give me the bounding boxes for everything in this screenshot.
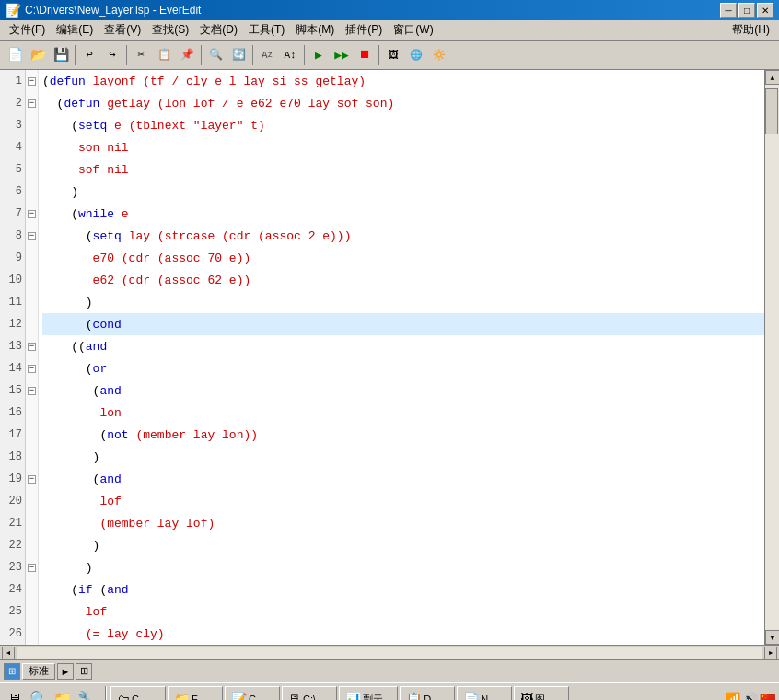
- menu-window[interactable]: 窗口(W): [388, 20, 438, 40]
- taskbar-icon-2[interactable]: 🔍: [28, 686, 50, 700]
- code-line-1[interactable]: (defun layonf (tf / cly e l lay si ss ge…: [42, 70, 764, 92]
- fold-marker-19[interactable]: −: [28, 475, 36, 484]
- taskbar-btn-5[interactable]: 📊剽天...: [339, 686, 398, 700]
- fold-marker-2[interactable]: −: [28, 99, 36, 108]
- minimize-button[interactable]: ─: [720, 3, 737, 18]
- toolbar-find[interactable]: 🔍: [204, 44, 227, 66]
- toolbar-btn5[interactable]: Az: [256, 44, 278, 66]
- code-line-18[interactable]: ): [42, 446, 764, 468]
- toolbar-replace[interactable]: 🔄: [227, 44, 250, 66]
- toolbar-open[interactable]: 📂: [27, 44, 49, 66]
- hscroll-left-button[interactable]: ◄: [2, 647, 15, 659]
- toolbar-sep4: [252, 45, 253, 65]
- code-line-6[interactable]: ): [42, 181, 764, 203]
- scroll-thumb[interactable]: [765, 88, 778, 134]
- menu-script[interactable]: 脚本(M): [290, 20, 340, 40]
- menu-help[interactable]: 帮助(H): [727, 20, 775, 40]
- toolbar-stop[interactable]: ⏹: [354, 44, 376, 66]
- code-line-3[interactable]: (setq e (tblnext "layer" t): [42, 114, 764, 136]
- code-line-9[interactable]: e70 (cdr (assoc 70 e)): [42, 247, 764, 269]
- fold-marker-1[interactable]: −: [28, 77, 36, 86]
- taskbar-btn-3[interactable]: 📝C...: [225, 686, 280, 700]
- toolbar-redo[interactable]: ↪: [101, 44, 123, 66]
- fold-marker-13[interactable]: −: [28, 343, 36, 351]
- code-line-12[interactable]: (cond: [42, 313, 764, 335]
- status-icon-3[interactable]: ⊞: [76, 663, 92, 680]
- line-numbers: 1 2 3 4 5 6 7 8 9 10 11 12 13 14 15 16 1…: [0, 70, 26, 645]
- fold-marker-14[interactable]: −: [28, 365, 36, 373]
- fold-marker-7[interactable]: −: [28, 210, 36, 218]
- toolbar-new[interactable]: 📄: [4, 44, 26, 66]
- taskbar-btn-2[interactable]: 📁F...: [168, 686, 223, 700]
- vertical-scrollbar[interactable]: ▲ ▼: [764, 70, 779, 645]
- scroll-track[interactable]: [765, 85, 779, 630]
- code-line-16[interactable]: lon: [42, 402, 764, 424]
- taskbar-btn-6[interactable]: 📋D...: [400, 686, 455, 700]
- code-line-22[interactable]: ): [42, 534, 764, 556]
- code-line-8[interactable]: (setq lay (strcase (cdr (assoc 2 e))): [42, 225, 764, 247]
- scroll-up-button[interactable]: ▲: [765, 70, 779, 85]
- code-line-4[interactable]: son nil: [42, 136, 764, 158]
- menu-search[interactable]: 查找(S): [146, 20, 194, 40]
- toolbar-img1[interactable]: 🖼: [382, 44, 404, 66]
- code-line-26[interactable]: (= lay cly): [42, 623, 764, 645]
- code-line-5[interactable]: sof nil: [42, 158, 764, 181]
- toolbar-paste[interactable]: 📌: [176, 44, 198, 66]
- code-line-10[interactable]: e62 (cdr (assoc 62 e)): [42, 269, 764, 291]
- code-line-15[interactable]: (and: [42, 379, 764, 402]
- start-icons: 🖥 🔍 📁 🔧: [4, 686, 98, 700]
- taskbar-btn-8[interactable]: 🖼图...: [514, 686, 569, 700]
- toolbar-copy[interactable]: 📋: [153, 44, 175, 66]
- code-line-17[interactable]: (not (member lay lon)): [42, 424, 764, 446]
- code-line-20[interactable]: lof: [42, 490, 764, 512]
- code-line-19[interactable]: (and: [42, 468, 764, 490]
- window-title: C:\Drivers\New_Layer.lsp - EverEdit: [25, 4, 201, 17]
- menu-plugin[interactable]: 插件(P): [340, 20, 388, 40]
- fold-marker-8[interactable]: −: [28, 232, 36, 240]
- code-line-11[interactable]: ): [42, 291, 764, 313]
- hscroll-right-button[interactable]: ►: [764, 647, 777, 659]
- code-line-21[interactable]: (member lay lof): [42, 512, 764, 534]
- tray-icon-1[interactable]: 📶: [725, 692, 740, 700]
- toolbar-img2[interactable]: 🌐: [405, 44, 427, 66]
- close-button[interactable]: ✕: [757, 3, 773, 18]
- menu-file[interactable]: 文件(F): [4, 20, 51, 40]
- menu-doc[interactable]: 文档(D): [194, 20, 243, 40]
- toolbar-run[interactable]: ▶: [308, 44, 330, 66]
- scroll-down-button[interactable]: ▼: [765, 630, 779, 645]
- code-line-24[interactable]: (if (and: [42, 578, 764, 601]
- code-line-2[interactable]: (defun getlay (lon lof / e e62 e70 lay s…: [42, 92, 764, 114]
- taskbar-btn-1[interactable]: 🗂C...: [110, 686, 166, 700]
- fold-marker-15[interactable]: −: [28, 387, 36, 395]
- menu-edit[interactable]: 编辑(E): [51, 20, 99, 40]
- fold-marker-24[interactable]: −: [28, 564, 36, 572]
- taskbar-icon-3[interactable]: 📁: [52, 686, 74, 700]
- toolbar-img3[interactable]: 🔆: [428, 44, 450, 66]
- code-line-25[interactable]: lof: [42, 601, 764, 623]
- code-editor[interactable]: (defun layonf (tf / cly e l lay si ss ge…: [39, 70, 764, 645]
- toolbar-save[interactable]: 💾: [50, 44, 72, 66]
- toolbar-sep3: [201, 45, 202, 65]
- menu-view[interactable]: 查看(V): [99, 20, 146, 40]
- status-icon-2[interactable]: ►: [57, 663, 74, 680]
- tray-icon-3[interactable]: 🇨🇳: [760, 692, 775, 700]
- code-line-14[interactable]: (or: [42, 357, 764, 379]
- taskbar-icon-4[interactable]: 🔧: [76, 686, 98, 700]
- menu-tools[interactable]: 工具(T): [243, 20, 290, 40]
- maximize-button[interactable]: □: [738, 3, 755, 18]
- toolbar-undo[interactable]: ↩: [78, 44, 100, 66]
- horizontal-scrollbar: ◄ ►: [0, 645, 779, 659]
- taskbar-btn-7[interactable]: 📄N...: [457, 686, 512, 700]
- code-line-23[interactable]: ): [42, 556, 764, 578]
- code-line-13[interactable]: ((and: [42, 335, 764, 357]
- toolbar-run2[interactable]: ▶▶: [331, 44, 353, 66]
- title-bar: 📝 C:\Drivers\New_Layer.lsp - EverEdit ─ …: [0, 0, 779, 20]
- toolbar-cut[interactable]: ✂: [130, 44, 152, 66]
- taskbar-btn-4[interactable]: 🖥C:\: [282, 686, 337, 700]
- taskbar-icon-1[interactable]: 🖥: [4, 686, 26, 700]
- toolbar-btn6[interactable]: A↕: [279, 44, 301, 66]
- app-icon: 📝: [6, 3, 21, 18]
- tray-icon-2[interactable]: 🔊: [742, 692, 758, 700]
- hscroll-track[interactable]: [17, 647, 762, 659]
- code-line-7[interactable]: (while e: [42, 203, 764, 225]
